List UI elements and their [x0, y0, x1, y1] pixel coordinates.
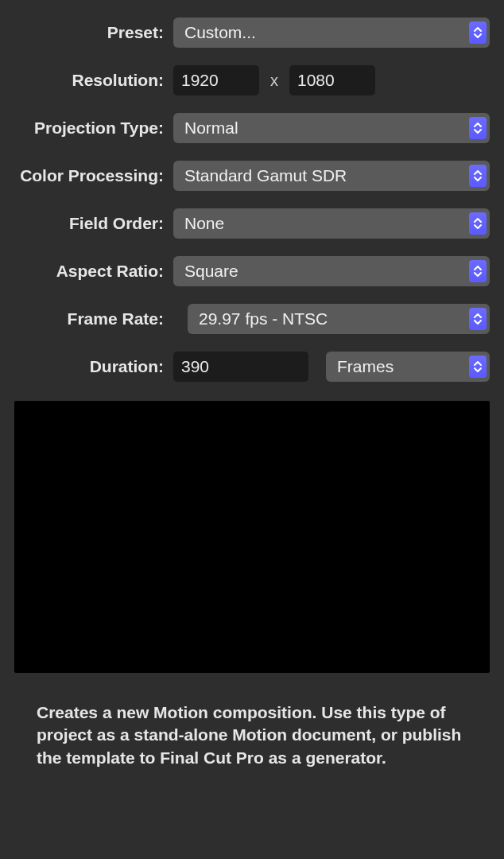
aspect-select[interactable]: Square — [173, 256, 490, 286]
resolution-width-input[interactable] — [173, 65, 259, 95]
projection-value: Normal — [184, 119, 238, 138]
updown-icon — [469, 21, 487, 44]
resolution-height-input[interactable] — [289, 65, 375, 95]
settings-panel: Preset: Custom... Resolution: x Projecti… — [0, 0, 504, 382]
preview-area — [14, 401, 490, 673]
preset-label: Preset: — [14, 23, 173, 42]
color-value: Standard Gamut SDR — [184, 166, 347, 185]
duration-input[interactable] — [173, 352, 308, 382]
projection-label: Projection Type: — [14, 119, 173, 138]
color-row: Color Processing: Standard Gamut SDR — [14, 161, 490, 191]
preset-row: Preset: Custom... — [14, 17, 490, 48]
duration-label: Duration: — [14, 357, 173, 376]
resolution-label: Resolution: — [14, 71, 173, 90]
duration-unit-select[interactable]: Frames — [326, 352, 490, 382]
field-row: Field Order: None — [14, 208, 490, 239]
framerate-value: 29.97 fps - NTSC — [199, 309, 328, 328]
resolution-separator: x — [259, 72, 289, 90]
updown-icon — [469, 117, 487, 139]
field-select[interactable]: None — [173, 208, 490, 239]
color-label: Color Processing: — [14, 166, 173, 185]
aspect-value: Square — [184, 262, 238, 281]
preset-value: Custom... — [184, 23, 256, 42]
aspect-row: Aspect Ratio: Square — [14, 256, 490, 286]
updown-icon — [469, 356, 487, 378]
projection-select[interactable]: Normal — [173, 113, 490, 143]
resolution-row: Resolution: x — [14, 65, 490, 95]
field-value: None — [184, 214, 224, 233]
projection-row: Projection Type: Normal — [14, 113, 490, 143]
description-text: Creates a new Motion composition. Use th… — [37, 702, 467, 769]
duration-row: Duration: Frames — [14, 352, 490, 382]
preset-select[interactable]: Custom... — [173, 17, 490, 48]
duration-unit-value: Frames — [337, 357, 394, 376]
framerate-row: Frame Rate: 29.97 fps - NTSC — [14, 304, 490, 334]
updown-icon — [469, 308, 487, 330]
field-label: Field Order: — [14, 214, 173, 233]
framerate-select[interactable]: 29.97 fps - NTSC — [188, 304, 490, 334]
updown-icon — [469, 260, 487, 282]
updown-icon — [469, 165, 487, 187]
framerate-label: Frame Rate: — [14, 309, 173, 328]
color-select[interactable]: Standard Gamut SDR — [173, 161, 490, 191]
aspect-label: Aspect Ratio: — [14, 262, 173, 281]
updown-icon — [469, 212, 487, 235]
